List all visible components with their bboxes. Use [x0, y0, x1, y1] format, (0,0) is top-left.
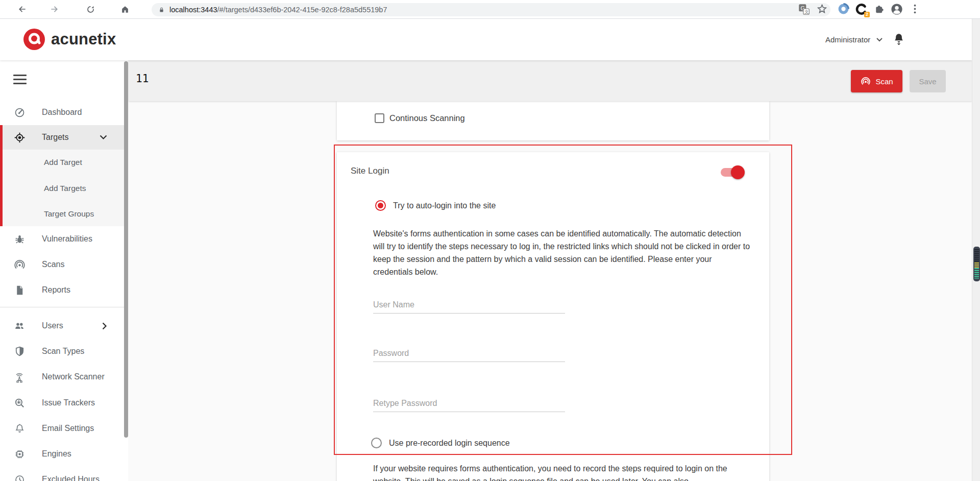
menu-hamburger-icon[interactable] [13, 75, 27, 85]
user-menu[interactable]: Administrator [825, 19, 883, 60]
sidebar: Dashboard Targets Add Target Add Targets… [0, 60, 128, 481]
retype-password-input[interactable] [373, 395, 565, 412]
bookmark-star-icon[interactable] [816, 3, 828, 15]
chevron-right-icon [102, 322, 107, 330]
radar-icon [860, 76, 871, 87]
sidebar-item-add-target[interactable]: Add Target [0, 150, 125, 175]
extensions-puzzle-icon[interactable] [873, 3, 886, 15]
sidebar-item-excluded-hours[interactable]: Excluded Hours [0, 467, 125, 481]
browser-toolbar: localhost:3443/#/targets/d433ef6b-2042-4… [0, 0, 980, 19]
auto-login-radio[interactable] [375, 200, 386, 211]
prerecorded-login-option[interactable]: Use pre-recorded login sequence [371, 438, 510, 448]
users-icon [13, 320, 26, 332]
site-login-title: Site Login [351, 166, 389, 176]
lock-icon [158, 6, 165, 14]
sidebar-scrollbar-thumb[interactable] [124, 61, 128, 438]
password-field-wrap [373, 345, 565, 362]
target-toolbar: 11 Scan Save [129, 60, 972, 101]
scan-button[interactable]: Scan [851, 70, 902, 92]
sidebar-divider [0, 307, 125, 307]
page-scrollbar-thumb[interactable] [973, 247, 980, 281]
target-icon [13, 131, 26, 143]
main-content: Continous Scanning Site Login Try to aut… [129, 101, 972, 481]
prerecorded-login-radio[interactable] [371, 438, 382, 448]
continuous-scanning-option[interactable]: Continous Scanning [375, 113, 465, 123]
bug-search-icon [13, 397, 26, 409]
continuous-scanning-card: Continous Scanning [337, 101, 769, 140]
extension-badge: 2 [864, 12, 870, 17]
clock-icon [13, 473, 26, 481]
bell-icon [13, 422, 26, 435]
acunetix-logo[interactable]: acunetix [22, 28, 116, 51]
sidebar-item-issue-trackers[interactable]: Issue Trackers [0, 390, 125, 416]
url-text: localhost:3443/#/targets/d433ef6b-2042-4… [169, 6, 387, 14]
save-button[interactable]: Save [910, 70, 946, 92]
sidebar-item-vulnerabilities[interactable]: Vulnerabilities [0, 226, 125, 252]
radar-icon [13, 258, 26, 271]
svg-text:文: 文 [804, 9, 809, 14]
continuous-scanning-checkbox[interactable] [375, 113, 384, 123]
gauge-icon [13, 106, 26, 118]
browser-menu-kebab-icon[interactable] [909, 3, 921, 15]
sidebar-item-target-groups[interactable]: Target Groups [0, 201, 125, 227]
bug-icon [13, 233, 26, 245]
prerecorded-login-label: Use pre-recorded login sequence [389, 439, 510, 448]
sidebar-item-scans[interactable]: Scans [0, 252, 125, 277]
page-scrollbar-track[interactable] [972, 19, 980, 481]
browser-home-icon[interactable] [118, 2, 132, 16]
translate-icon[interactable]: G文 [797, 3, 811, 16]
sidebar-item-dashboard[interactable]: Dashboard [0, 100, 125, 125]
continuous-scanning-label: Continous Scanning [389, 113, 465, 123]
site-login-card: Site Login Try to auto-login into the si… [337, 152, 769, 481]
username-input[interactable] [373, 296, 565, 314]
retype-password-field-wrap [373, 395, 565, 412]
address-bar[interactable]: localhost:3443/#/targets/d433ef6b-2042-4… [152, 3, 830, 16]
document-icon [13, 284, 26, 296]
username-field-wrap [373, 296, 565, 314]
sidebar-item-engines[interactable]: Engines [0, 441, 125, 467]
sidebar-item-network-scanner[interactable]: Network Scanner [0, 364, 125, 390]
sidebar-item-add-targets[interactable]: Add Targets [0, 176, 125, 201]
browser-back-icon[interactable] [15, 2, 29, 16]
auto-login-description: Website's forms authentication in some c… [373, 227, 752, 278]
chevron-down-icon [876, 38, 883, 42]
browser-profile-avatar[interactable] [890, 3, 903, 16]
scroll-marks-teal [974, 268, 979, 279]
sidebar-item-reports[interactable]: Reports [0, 277, 125, 303]
sidebar-item-scan-types[interactable]: Scan Types [0, 339, 125, 364]
target-title: 11 [136, 73, 149, 85]
sidebar-item-email-settings[interactable]: Email Settings [0, 416, 125, 441]
chevron-down-icon [100, 135, 107, 140]
sidebar-item-users[interactable]: Users [0, 313, 125, 339]
scroll-marks-yellow [974, 262, 979, 268]
notifications-bell-icon[interactable] [892, 32, 905, 46]
browser-reload-icon[interactable] [83, 2, 97, 16]
acunetix-logo-icon [22, 28, 46, 51]
password-input[interactable] [373, 345, 565, 362]
extension-swirl-icon[interactable] [837, 3, 850, 15]
site-login-toggle[interactable] [721, 163, 744, 182]
prerecorded-login-description: If your website requires forms authentic… [373, 462, 752, 481]
app-header: acunetix Administrator [0, 19, 972, 60]
scroll-marks-dark [974, 249, 979, 262]
auto-login-label: Try to auto-login into the site [393, 201, 496, 210]
antenna-icon [13, 371, 26, 383]
brand-wordmark: acunetix [51, 30, 116, 49]
extension-c-icon[interactable]: 2 [854, 3, 868, 16]
chip-icon [13, 448, 26, 460]
toggle-knob [731, 165, 745, 179]
sidebar-item-targets[interactable]: Targets [0, 125, 125, 150]
shield-icon [13, 345, 26, 357]
user-menu-label: Administrator [825, 35, 870, 44]
auto-login-option[interactable]: Try to auto-login into the site [375, 200, 496, 211]
browser-forward-icon[interactable] [47, 2, 62, 16]
